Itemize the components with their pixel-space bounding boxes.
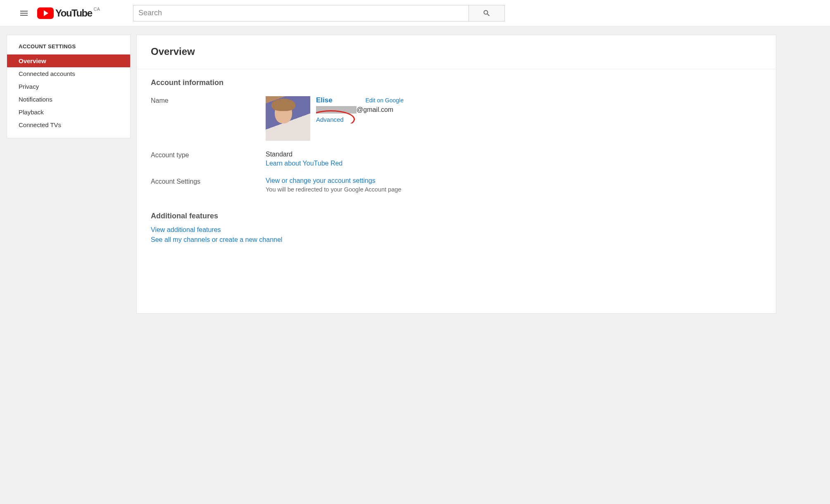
see-all-channels-link[interactable]: See all my channels or create a new chan… — [151, 236, 762, 244]
row-account-type: Account type Standard Learn about YouTub… — [151, 151, 762, 167]
view-additional-features-link[interactable]: View additional features — [151, 226, 762, 234]
value-name: Elise Edit on Google @gmail.com Advanced — [266, 96, 762, 141]
sidebar: ACCOUNT SETTINGS Overview Connected acco… — [7, 35, 131, 138]
account-type-value: Standard — [266, 151, 762, 158]
hamburger-menu-icon[interactable] — [17, 6, 31, 21]
main-body: Account information Name Elise Edit on G… — [137, 69, 776, 260]
email-domain: @gmail.com — [357, 106, 393, 114]
label-account-type: Account type — [151, 151, 266, 159]
search-icon — [483, 9, 491, 17]
edit-on-google-link[interactable]: Edit on Google — [365, 97, 404, 104]
logo-country: CA — [94, 7, 100, 12]
sidebar-item-connected-tvs[interactable]: Connected TVs — [7, 118, 130, 131]
sidebar-item-notifications[interactable]: Notifications — [7, 93, 130, 106]
sidebar-item-connected-accounts[interactable]: Connected accounts — [7, 67, 130, 80]
account-settings-subtext: You will be redirected to your Google Ac… — [266, 186, 762, 193]
row-name: Name Elise Edit on Google @gmail.com — [151, 96, 762, 141]
sidebar-item-privacy[interactable]: Privacy — [7, 80, 130, 93]
logo-text: YouTube — [55, 7, 92, 19]
email-redacted — [316, 106, 357, 114]
youtube-play-icon — [37, 7, 54, 19]
label-account-settings: Account Settings — [151, 177, 266, 185]
advanced-link[interactable]: Advanced — [316, 116, 344, 123]
youtube-logo[interactable]: YouTube CA — [37, 7, 100, 19]
avatar[interactable] — [266, 96, 310, 141]
body: ACCOUNT SETTINGS Overview Connected acco… — [0, 26, 830, 314]
search-button[interactable] — [469, 5, 505, 21]
header: YouTube CA — [0, 0, 830, 26]
main-panel: Overview Account information Name Elise … — [136, 35, 776, 314]
additional-features-section: Additional features View additional feat… — [151, 212, 762, 244]
channel-name-link[interactable]: Elise — [316, 96, 333, 104]
row-account-settings: Account Settings View or change your acc… — [151, 177, 762, 193]
label-name: Name — [151, 96, 266, 104]
youtube-red-link[interactable]: Learn about YouTube Red — [266, 160, 762, 167]
sidebar-title: ACCOUNT SETTINGS — [7, 35, 130, 54]
search-input[interactable] — [133, 5, 469, 21]
section-account-info-title: Account information — [151, 78, 762, 87]
email-line: @gmail.com — [316, 106, 762, 114]
account-settings-link[interactable]: View or change your account settings — [266, 177, 762, 185]
page-title: Overview — [151, 46, 762, 57]
section-additional-title: Additional features — [151, 212, 762, 220]
main-header: Overview — [137, 35, 776, 69]
sidebar-item-playback[interactable]: Playback — [7, 106, 130, 118]
search-wrap — [133, 5, 505, 21]
sidebar-item-overview[interactable]: Overview — [7, 54, 130, 67]
